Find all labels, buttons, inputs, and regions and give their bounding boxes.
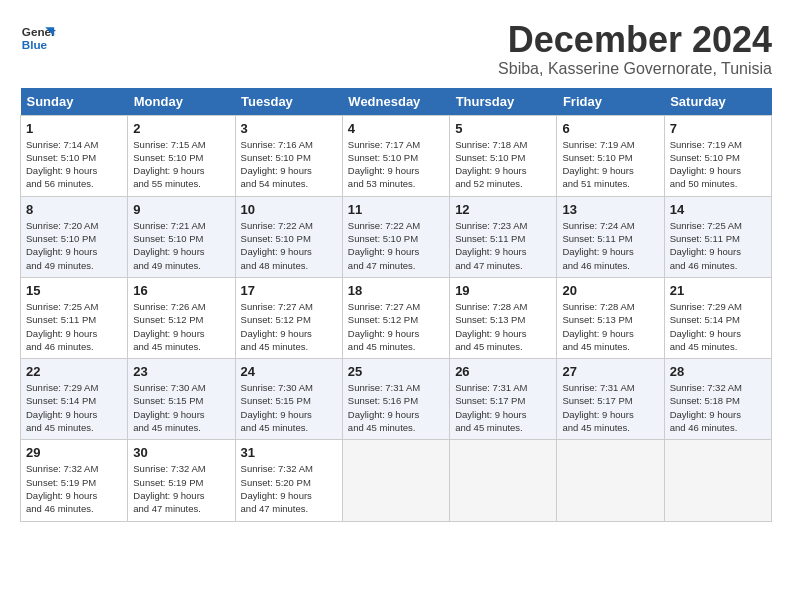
day-info: Sunrise: 7:30 AM Sunset: 5:15 PM Dayligh… [241, 381, 337, 434]
day-number: 21 [670, 283, 766, 298]
calendar-cell: 3Sunrise: 7:16 AM Sunset: 5:10 PM Daylig… [235, 115, 342, 196]
day-number: 27 [562, 364, 658, 379]
day-info: Sunrise: 7:28 AM Sunset: 5:13 PM Dayligh… [455, 300, 551, 353]
day-number: 24 [241, 364, 337, 379]
calendar-week-row: 8Sunrise: 7:20 AM Sunset: 5:10 PM Daylig… [21, 196, 772, 277]
calendar-cell: 28Sunrise: 7:32 AM Sunset: 5:18 PM Dayli… [664, 359, 771, 440]
calendar-cell: 23Sunrise: 7:30 AM Sunset: 5:15 PM Dayli… [128, 359, 235, 440]
svg-text:Blue: Blue [22, 38, 48, 51]
day-number: 10 [241, 202, 337, 217]
calendar-cell: 22Sunrise: 7:29 AM Sunset: 5:14 PM Dayli… [21, 359, 128, 440]
day-number: 9 [133, 202, 229, 217]
calendar-week-row: 1Sunrise: 7:14 AM Sunset: 5:10 PM Daylig… [21, 115, 772, 196]
calendar-cell: 24Sunrise: 7:30 AM Sunset: 5:15 PM Dayli… [235, 359, 342, 440]
weekday-header: Friday [557, 88, 664, 116]
day-info: Sunrise: 7:22 AM Sunset: 5:10 PM Dayligh… [241, 219, 337, 272]
day-info: Sunrise: 7:14 AM Sunset: 5:10 PM Dayligh… [26, 138, 122, 191]
calendar-cell: 25Sunrise: 7:31 AM Sunset: 5:16 PM Dayli… [342, 359, 449, 440]
calendar-cell: 27Sunrise: 7:31 AM Sunset: 5:17 PM Dayli… [557, 359, 664, 440]
calendar-cell: 5Sunrise: 7:18 AM Sunset: 5:10 PM Daylig… [450, 115, 557, 196]
day-info: Sunrise: 7:31 AM Sunset: 5:17 PM Dayligh… [455, 381, 551, 434]
calendar-cell: 18Sunrise: 7:27 AM Sunset: 5:12 PM Dayli… [342, 277, 449, 358]
calendar-week-row: 22Sunrise: 7:29 AM Sunset: 5:14 PM Dayli… [21, 359, 772, 440]
day-number: 15 [26, 283, 122, 298]
day-number: 17 [241, 283, 337, 298]
day-number: 16 [133, 283, 229, 298]
calendar-cell: 12Sunrise: 7:23 AM Sunset: 5:11 PM Dayli… [450, 196, 557, 277]
calendar-week-row: 29Sunrise: 7:32 AM Sunset: 5:19 PM Dayli… [21, 440, 772, 521]
calendar-cell: 19Sunrise: 7:28 AM Sunset: 5:13 PM Dayli… [450, 277, 557, 358]
calendar-cell: 4Sunrise: 7:17 AM Sunset: 5:10 PM Daylig… [342, 115, 449, 196]
day-info: Sunrise: 7:32 AM Sunset: 5:19 PM Dayligh… [26, 462, 122, 515]
day-info: Sunrise: 7:25 AM Sunset: 5:11 PM Dayligh… [670, 219, 766, 272]
day-number: 26 [455, 364, 551, 379]
day-info: Sunrise: 7:29 AM Sunset: 5:14 PM Dayligh… [670, 300, 766, 353]
day-number: 23 [133, 364, 229, 379]
day-number: 20 [562, 283, 658, 298]
day-info: Sunrise: 7:31 AM Sunset: 5:16 PM Dayligh… [348, 381, 444, 434]
day-number: 1 [26, 121, 122, 136]
day-info: Sunrise: 7:25 AM Sunset: 5:11 PM Dayligh… [26, 300, 122, 353]
day-number: 13 [562, 202, 658, 217]
page-header: General Blue December 2024 Sbiba, Kasser… [20, 20, 772, 78]
calendar-cell: 9Sunrise: 7:21 AM Sunset: 5:10 PM Daylig… [128, 196, 235, 277]
day-number: 18 [348, 283, 444, 298]
calendar-body: 1Sunrise: 7:14 AM Sunset: 5:10 PM Daylig… [21, 115, 772, 521]
day-number: 2 [133, 121, 229, 136]
day-info: Sunrise: 7:32 AM Sunset: 5:18 PM Dayligh… [670, 381, 766, 434]
month-title: December 2024 [498, 20, 772, 60]
day-number: 4 [348, 121, 444, 136]
calendar-cell: 26Sunrise: 7:31 AM Sunset: 5:17 PM Dayli… [450, 359, 557, 440]
day-number: 30 [133, 445, 229, 460]
calendar-header-row: SundayMondayTuesdayWednesdayThursdayFrid… [21, 88, 772, 116]
day-number: 11 [348, 202, 444, 217]
day-number: 8 [26, 202, 122, 217]
day-number: 28 [670, 364, 766, 379]
logo: General Blue [20, 20, 56, 56]
calendar-cell: 15Sunrise: 7:25 AM Sunset: 5:11 PM Dayli… [21, 277, 128, 358]
calendar-cell: 10Sunrise: 7:22 AM Sunset: 5:10 PM Dayli… [235, 196, 342, 277]
day-info: Sunrise: 7:15 AM Sunset: 5:10 PM Dayligh… [133, 138, 229, 191]
day-number: 19 [455, 283, 551, 298]
day-info: Sunrise: 7:23 AM Sunset: 5:11 PM Dayligh… [455, 219, 551, 272]
calendar-cell: 13Sunrise: 7:24 AM Sunset: 5:11 PM Dayli… [557, 196, 664, 277]
day-info: Sunrise: 7:26 AM Sunset: 5:12 PM Dayligh… [133, 300, 229, 353]
weekday-header: Saturday [664, 88, 771, 116]
weekday-header: Thursday [450, 88, 557, 116]
day-number: 31 [241, 445, 337, 460]
weekday-header: Monday [128, 88, 235, 116]
calendar-cell: 16Sunrise: 7:26 AM Sunset: 5:12 PM Dayli… [128, 277, 235, 358]
day-number: 25 [348, 364, 444, 379]
day-number: 29 [26, 445, 122, 460]
calendar-cell [664, 440, 771, 521]
calendar-cell: 21Sunrise: 7:29 AM Sunset: 5:14 PM Dayli… [664, 277, 771, 358]
calendar-cell: 31Sunrise: 7:32 AM Sunset: 5:20 PM Dayli… [235, 440, 342, 521]
calendar-cell [342, 440, 449, 521]
weekday-header: Wednesday [342, 88, 449, 116]
calendar-week-row: 15Sunrise: 7:25 AM Sunset: 5:11 PM Dayli… [21, 277, 772, 358]
calendar-cell: 6Sunrise: 7:19 AM Sunset: 5:10 PM Daylig… [557, 115, 664, 196]
day-info: Sunrise: 7:27 AM Sunset: 5:12 PM Dayligh… [348, 300, 444, 353]
day-number: 22 [26, 364, 122, 379]
calendar-cell [450, 440, 557, 521]
day-number: 14 [670, 202, 766, 217]
day-number: 3 [241, 121, 337, 136]
day-info: Sunrise: 7:24 AM Sunset: 5:11 PM Dayligh… [562, 219, 658, 272]
weekday-header: Sunday [21, 88, 128, 116]
day-number: 12 [455, 202, 551, 217]
location-title: Sbiba, Kasserine Governorate, Tunisia [498, 60, 772, 78]
day-info: Sunrise: 7:19 AM Sunset: 5:10 PM Dayligh… [562, 138, 658, 191]
day-info: Sunrise: 7:29 AM Sunset: 5:14 PM Dayligh… [26, 381, 122, 434]
day-info: Sunrise: 7:21 AM Sunset: 5:10 PM Dayligh… [133, 219, 229, 272]
day-info: Sunrise: 7:28 AM Sunset: 5:13 PM Dayligh… [562, 300, 658, 353]
calendar-table: SundayMondayTuesdayWednesdayThursdayFrid… [20, 88, 772, 522]
calendar-cell [557, 440, 664, 521]
day-info: Sunrise: 7:32 AM Sunset: 5:20 PM Dayligh… [241, 462, 337, 515]
calendar-cell: 11Sunrise: 7:22 AM Sunset: 5:10 PM Dayli… [342, 196, 449, 277]
calendar-cell: 2Sunrise: 7:15 AM Sunset: 5:10 PM Daylig… [128, 115, 235, 196]
calendar-cell: 17Sunrise: 7:27 AM Sunset: 5:12 PM Dayli… [235, 277, 342, 358]
day-info: Sunrise: 7:19 AM Sunset: 5:10 PM Dayligh… [670, 138, 766, 191]
day-info: Sunrise: 7:31 AM Sunset: 5:17 PM Dayligh… [562, 381, 658, 434]
logo-icon: General Blue [20, 20, 56, 56]
day-info: Sunrise: 7:17 AM Sunset: 5:10 PM Dayligh… [348, 138, 444, 191]
